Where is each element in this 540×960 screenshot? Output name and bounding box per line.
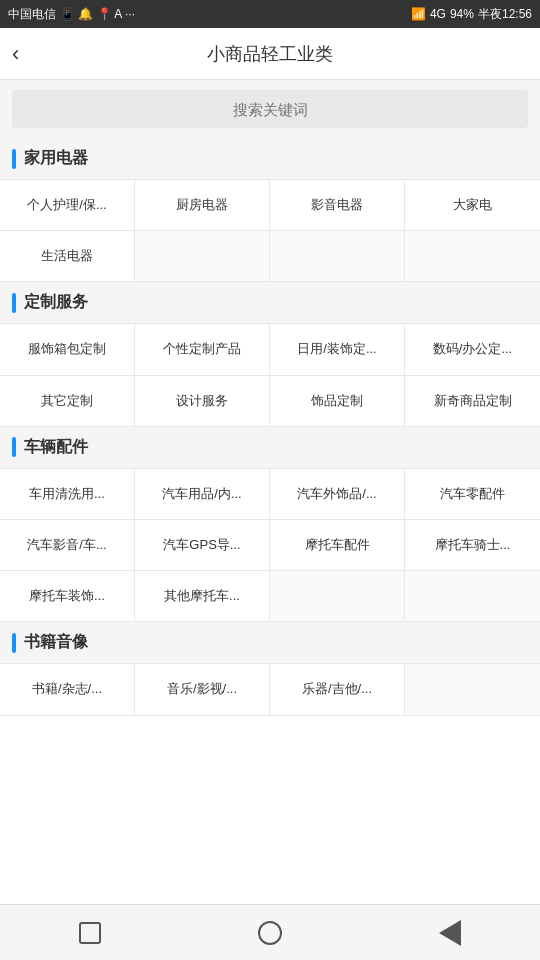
triangle-icon (439, 920, 461, 946)
grid-item[interactable]: 汽车GPS导... (135, 520, 270, 571)
grid-item[interactable]: 汽车用品/内... (135, 469, 270, 520)
grid-item[interactable]: 个人护理/保... (0, 180, 135, 231)
grid-vehicle-parts: 车用清洗用...汽车用品/内...汽车外饰品/...汽车零配件汽车影音/车...… (0, 468, 540, 623)
search-input[interactable] (12, 90, 528, 128)
back-button[interactable]: ‹ (12, 41, 19, 67)
grid-item[interactable]: 车用清洗用... (0, 469, 135, 520)
status-bar: 中国电信 📱 🔔 📍 A ··· 📶 4G 94% 半夜12:56 (0, 0, 540, 28)
grid-item (270, 571, 405, 622)
grid-item[interactable]: 汽车影音/车... (0, 520, 135, 571)
section-bar (12, 293, 16, 313)
grid-custom-service: 服饰箱包定制个性定制产品日用/装饰定...数码/办公定...其它定制设计服务饰品… (0, 323, 540, 426)
section-title: 家用电器 (24, 148, 88, 169)
section-header-vehicle-parts: 车辆配件 (0, 427, 540, 468)
grid-item[interactable]: 大家电 (405, 180, 540, 231)
grid-item[interactable]: 汽车零配件 (405, 469, 540, 520)
carrier-text: 中国电信 (8, 6, 56, 23)
grid-books-audio: 书籍/杂志/...音乐/影视/...乐器/吉他/... (0, 663, 540, 715)
grid-item (270, 231, 405, 282)
section-header-home-appliance: 家用电器 (0, 138, 540, 179)
grid-item[interactable]: 乐器/吉他/... (270, 664, 405, 715)
grid-item[interactable]: 汽车外饰品/... (270, 469, 405, 520)
grid-item[interactable]: 其他摩托车... (135, 571, 270, 622)
section-bar (12, 437, 16, 457)
grid-item (135, 231, 270, 282)
search-bar (0, 80, 540, 138)
bottom-nav (0, 904, 540, 960)
signal-icon: 4G (430, 7, 446, 21)
grid-item (405, 664, 540, 715)
grid-item[interactable]: 摩托车装饰... (0, 571, 135, 622)
recents-button[interactable] (432, 919, 468, 947)
battery-text: 94% (450, 7, 474, 21)
square-icon (79, 922, 101, 944)
grid-item[interactable]: 新奇商品定制 (405, 376, 540, 427)
section-bar (12, 633, 16, 653)
grid-item[interactable]: 厨房电器 (135, 180, 270, 231)
time-text: 半夜12:56 (478, 6, 532, 23)
grid-item (405, 231, 540, 282)
grid-item[interactable]: 摩托车配件 (270, 520, 405, 571)
grid-item[interactable]: 生活电器 (0, 231, 135, 282)
section-header-books-audio: 书籍音像 (0, 622, 540, 663)
page-title: 小商品轻工业类 (207, 42, 333, 66)
nav-bar: ‹ 小商品轻工业类 (0, 28, 540, 80)
status-left: 中国电信 📱 🔔 📍 A ··· (8, 6, 135, 23)
section-bar (12, 149, 16, 169)
home-button[interactable] (72, 919, 108, 947)
grid-item (405, 571, 540, 622)
grid-item[interactable]: 摩托车骑士... (405, 520, 540, 571)
grid-item[interactable]: 数码/办公定... (405, 324, 540, 375)
grid-item[interactable]: 音乐/影视/... (135, 664, 270, 715)
app-icons: 📱 🔔 📍 A ··· (60, 7, 135, 21)
section-header-custom-service: 定制服务 (0, 282, 540, 323)
back-nav-button[interactable] (252, 919, 288, 947)
grid-item[interactable]: 设计服务 (135, 376, 270, 427)
grid-item[interactable]: 个性定制产品 (135, 324, 270, 375)
section-title: 车辆配件 (24, 437, 88, 458)
section-title: 书籍音像 (24, 632, 88, 653)
grid-item[interactable]: 影音电器 (270, 180, 405, 231)
wifi-icon: 📶 (411, 7, 426, 21)
grid-item[interactable]: 其它定制 (0, 376, 135, 427)
grid-home-appliance: 个人护理/保...厨房电器影音电器大家电生活电器 (0, 179, 540, 282)
status-right: 📶 4G 94% 半夜12:56 (411, 6, 532, 23)
circle-icon (258, 921, 282, 945)
grid-item[interactable]: 服饰箱包定制 (0, 324, 135, 375)
section-title: 定制服务 (24, 292, 88, 313)
grid-item[interactable]: 书籍/杂志/... (0, 664, 135, 715)
grid-item[interactable]: 日用/装饰定... (270, 324, 405, 375)
grid-item[interactable]: 饰品定制 (270, 376, 405, 427)
content-area: 家用电器 个人护理/保...厨房电器影音电器大家电生活电器 定制服务 服饰箱包定… (0, 138, 540, 904)
